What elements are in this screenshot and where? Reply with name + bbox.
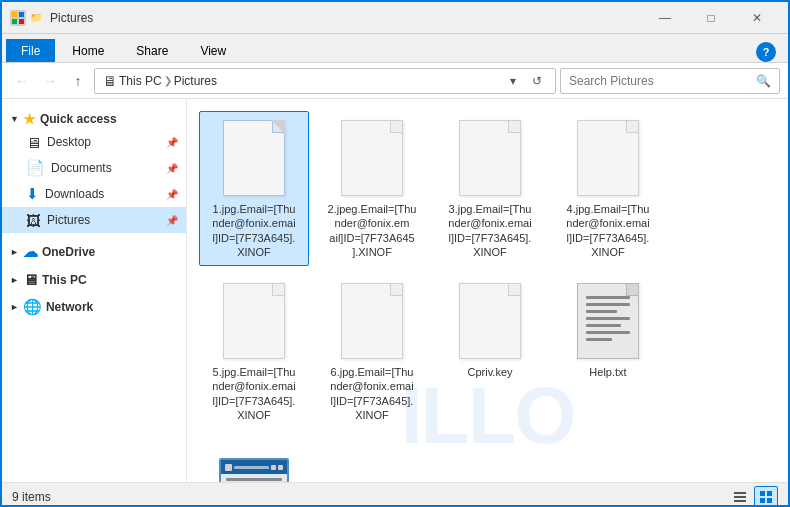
refresh-button[interactable]: ↺ xyxy=(527,71,547,91)
dropdown-arrow[interactable]: ▾ xyxy=(503,71,523,91)
file-icon-4 xyxy=(572,118,644,198)
search-input[interactable] xyxy=(569,74,752,88)
file-grid: 1.jpg.Email=[Thunder@fonix.email]ID=[7F7… xyxy=(199,111,776,482)
main-layout: ▼ ★ Quick access 🖥 Desktop 📌 📄 Documents… xyxy=(2,99,788,482)
sidebar-item-pictures[interactable]: 🖼 Pictures 📌 xyxy=(2,207,186,233)
file-item-9[interactable]: How To DecryptFiles.hta xyxy=(199,437,309,482)
forward-button[interactable]: → xyxy=(38,69,62,93)
nav-bar: ← → ↑ 🖥 This PC ❯ Pictures ▾ ↺ 🔍 xyxy=(2,63,788,99)
pin-icon-documents: 📌 xyxy=(166,163,178,174)
svg-rect-3 xyxy=(19,19,24,24)
file-item-2[interactable]: 2.jpeg.Email=[Thunder@fonix.email]ID=[7F… xyxy=(317,111,427,266)
view-toggle xyxy=(728,486,778,508)
breadcrumb: 🖥 This PC ❯ Pictures xyxy=(103,73,499,89)
desktop-icon: 🖥 xyxy=(26,134,41,151)
sidebar-section-network[interactable]: ► 🌐 Network xyxy=(2,294,186,318)
thispc-label: This PC xyxy=(42,273,87,287)
file-icon-8 xyxy=(572,281,644,361)
search-box[interactable]: 🔍 xyxy=(560,68,780,94)
network-expand-icon: ► xyxy=(10,302,19,312)
tab-file[interactable]: File xyxy=(6,39,55,62)
up-button[interactable]: ↑ xyxy=(66,69,90,93)
file-content: 1.jpg.Email=[Thunder@fonix.email]ID=[7F7… xyxy=(187,99,788,482)
file-name-7: Cpriv.key xyxy=(467,365,512,379)
file-icon-9 xyxy=(218,444,290,482)
file-name-3: 3.jpg.Email=[Thunder@fonix.email]ID=[7F7… xyxy=(448,202,531,259)
sidebar-section-thispc[interactable]: ► 🖥 This PC xyxy=(2,267,186,290)
downloads-label: Downloads xyxy=(45,187,104,201)
file-icon-3 xyxy=(454,118,526,198)
svg-rect-8 xyxy=(767,491,772,496)
breadcrumb-sep1: ❯ xyxy=(164,75,172,86)
quick-access-label: Quick access xyxy=(40,112,117,126)
sidebar-item-documents[interactable]: 📄 Documents 📌 xyxy=(2,155,186,181)
file-name-1: 1.jpg.Email=[Thunder@fonix.email]ID=[7F7… xyxy=(212,202,295,259)
file-name-2: 2.jpeg.Email=[Thunder@fonix.email]ID=[7F… xyxy=(328,202,417,259)
status-item-count: 9 items xyxy=(12,490,51,504)
file-item-3[interactable]: 3.jpg.Email=[Thunder@fonix.email]ID=[7F7… xyxy=(435,111,545,266)
file-item-6[interactable]: 6.jpg.Email=[Thunder@fonix.email]ID=[7F7… xyxy=(317,274,427,429)
list-view-icon xyxy=(733,490,747,504)
title-bar-controls: — □ ✕ xyxy=(642,2,780,34)
svg-rect-6 xyxy=(734,500,746,502)
sidebar-section-quick-access[interactable]: ▼ ★ Quick access xyxy=(2,107,186,129)
tab-view[interactable]: View xyxy=(185,39,241,62)
view-list-button[interactable] xyxy=(728,486,752,508)
pictures-label: Pictures xyxy=(47,213,90,227)
title-bar-icons: 📁 xyxy=(10,10,42,26)
window-title: Pictures xyxy=(50,11,642,25)
title-bar: 📁 Pictures — □ ✕ xyxy=(2,2,788,34)
ribbon: File Home Share View ? xyxy=(2,34,788,63)
back-button[interactable]: ← xyxy=(10,69,34,93)
file-name-4: 4.jpg.Email=[Thunder@fonix.email]ID=[7F7… xyxy=(566,202,649,259)
file-name-6: 6.jpg.Email=[Thunder@fonix.email]ID=[7F7… xyxy=(330,365,413,422)
maximize-button[interactable]: □ xyxy=(688,2,734,34)
sidebar-section-onedrive[interactable]: ► ☁ OneDrive xyxy=(2,239,186,263)
tab-share[interactable]: Share xyxy=(121,39,183,62)
status-bar: 9 items xyxy=(2,482,788,507)
view-tiles-button[interactable] xyxy=(754,486,778,508)
svg-rect-9 xyxy=(760,498,765,503)
file-item-8[interactable]: Help.txt xyxy=(553,274,663,429)
quick-access-star-icon: ★ xyxy=(23,111,36,127)
downloads-icon: ⬇ xyxy=(26,185,39,203)
svg-rect-5 xyxy=(734,496,746,498)
breadcrumb-pictures: Pictures xyxy=(174,74,217,88)
svg-rect-10 xyxy=(767,498,772,503)
quick-access-icon: 📁 xyxy=(30,12,42,23)
search-icon: 🔍 xyxy=(756,74,771,88)
close-button[interactable]: ✕ xyxy=(734,2,780,34)
file-item-1[interactable]: 1.jpg.Email=[Thunder@fonix.email]ID=[7F7… xyxy=(199,111,309,266)
network-icon: 🌐 xyxy=(23,298,42,316)
svg-rect-1 xyxy=(19,12,24,17)
svg-rect-7 xyxy=(760,491,765,496)
pin-icon-downloads: 📌 xyxy=(166,189,178,200)
svg-rect-0 xyxy=(12,12,17,17)
sidebar-item-downloads[interactable]: ⬇ Downloads 📌 xyxy=(2,181,186,207)
address-bar[interactable]: 🖥 This PC ❯ Pictures ▾ ↺ xyxy=(94,68,556,94)
file-icon-6 xyxy=(336,281,408,361)
sidebar: ▼ ★ Quick access 🖥 Desktop 📌 📄 Documents… xyxy=(2,99,187,482)
onedrive-label: OneDrive xyxy=(42,245,95,259)
tiles-view-icon xyxy=(759,490,773,504)
sidebar-item-desktop[interactable]: 🖥 Desktop 📌 xyxy=(2,129,186,155)
file-item-7[interactable]: Cpriv.key xyxy=(435,274,545,429)
pin-icon-desktop: 📌 xyxy=(166,137,178,148)
network-label: Network xyxy=(46,300,93,314)
documents-label: Documents xyxy=(51,161,112,175)
file-icon-1 xyxy=(218,118,290,198)
quick-access-expand-icon: ▼ xyxy=(10,114,19,124)
breadcrumb-thispc: This PC xyxy=(119,74,162,88)
pictures-icon: 🖼 xyxy=(26,212,41,229)
ribbon-tab-bar: File Home Share View ? xyxy=(2,34,788,62)
minimize-button[interactable]: — xyxy=(642,2,688,34)
svg-rect-2 xyxy=(12,19,17,24)
onedrive-expand-icon: ► xyxy=(10,247,19,257)
file-item-5[interactable]: 5.jpg.Email=[Thunder@fonix.email]ID=[7F7… xyxy=(199,274,309,429)
desktop-label: Desktop xyxy=(47,135,91,149)
file-item-4[interactable]: 4.jpg.Email=[Thunder@fonix.email]ID=[7F7… xyxy=(553,111,663,266)
help-button[interactable]: ? xyxy=(756,42,776,62)
tab-home[interactable]: Home xyxy=(57,39,119,62)
app-icon xyxy=(10,10,26,26)
documents-icon: 📄 xyxy=(26,159,45,177)
